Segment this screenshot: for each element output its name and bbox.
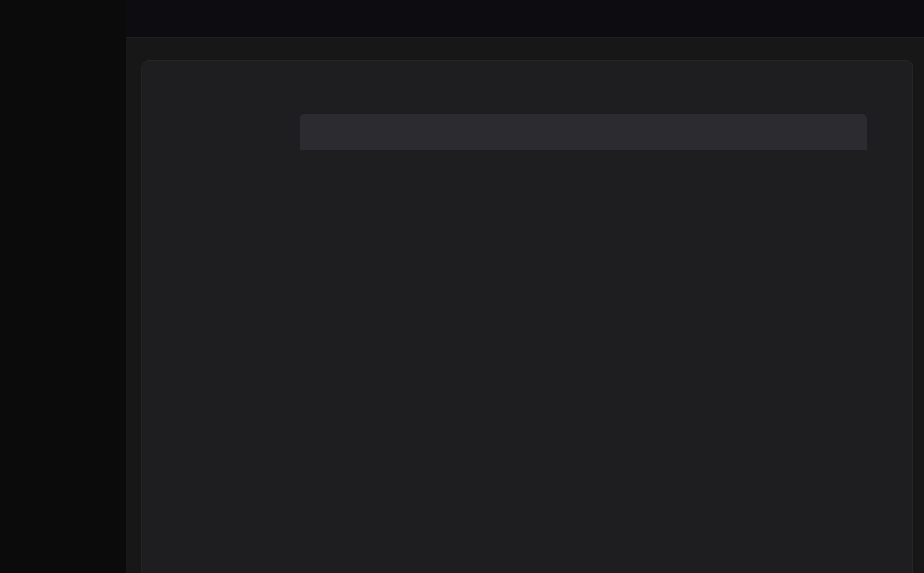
conductor-logo-icon: [3, 16, 62, 75]
app-window: [0, 0, 924, 573]
main-content: [126, 38, 924, 573]
brand-text: [35, 40, 114, 41]
sidebar: [0, 0, 126, 573]
roles-permissions-panel: [141, 60, 913, 573]
panel-title: [142, 61, 913, 76]
topbar: [126, 0, 924, 38]
brand-logo: [0, 0, 126, 85]
permissions-table-header: [300, 114, 867, 150]
